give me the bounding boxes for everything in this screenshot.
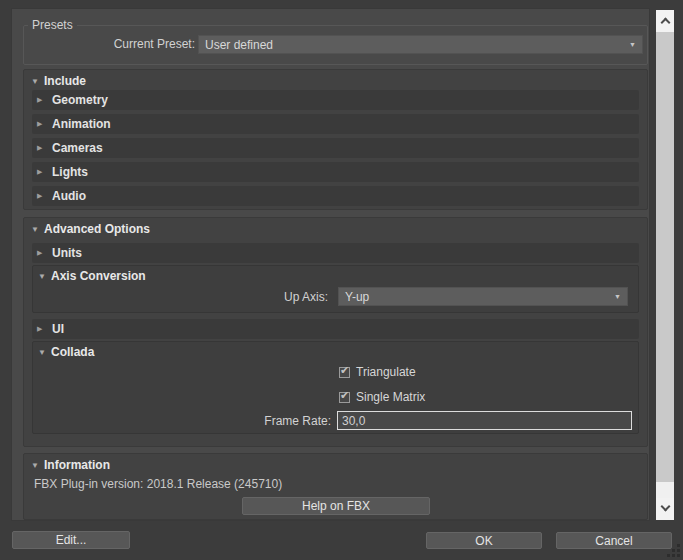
- information-section: ▼ Information FBX Plug-in version: 2018.…: [23, 453, 648, 520]
- scroll-content-panel: Presets Current Preset: User defined ▼ ▼…: [11, 8, 650, 521]
- axis-conversion-title: Axis Conversion: [51, 269, 146, 283]
- rollup-audio[interactable]: ▶ Audio: [32, 186, 639, 206]
- dropdown-arrow-icon: ▼: [614, 293, 621, 300]
- presets-group: Presets Current Preset: User defined ▼: [23, 25, 648, 65]
- edit-button[interactable]: Edit...: [12, 531, 130, 549]
- include-section-title: Include: [44, 74, 86, 88]
- collapsed-arrow-icon: ▶: [37, 249, 47, 257]
- up-axis-value: Y-up: [345, 290, 369, 304]
- checkmark-icon: ✔: [340, 365, 349, 376]
- rollup-geometry-label: Geometry: [52, 93, 108, 107]
- collapsed-arrow-icon: ▶: [37, 144, 47, 152]
- checkmark-icon: ✔: [340, 390, 349, 401]
- current-preset-label: Current Preset:: [24, 37, 195, 51]
- rollup-units-label: Units: [52, 246, 82, 260]
- information-header[interactable]: ▼ Information: [24, 454, 647, 472]
- rollup-lights-label: Lights: [52, 165, 88, 179]
- expanded-arrow-icon: ▼: [31, 225, 42, 234]
- collapsed-arrow-icon: ▶: [37, 120, 47, 128]
- presets-group-label: Presets: [28, 18, 77, 32]
- advanced-options-title: Advanced Options: [44, 222, 150, 236]
- rollup-lights[interactable]: ▶ Lights: [32, 162, 639, 182]
- advanced-options-header[interactable]: ▼ Advanced Options: [24, 218, 647, 236]
- collada-header[interactable]: ▼ Collada: [33, 342, 638, 359]
- chevron-down-icon: [660, 502, 670, 512]
- scroll-down-button[interactable]: [656, 498, 674, 520]
- axis-conversion-header[interactable]: ▼ Axis Conversion: [33, 266, 638, 283]
- information-title: Information: [44, 458, 110, 472]
- rollup-ui-label: UI: [52, 322, 64, 336]
- single-matrix-option: ✔ Single Matrix: [339, 390, 425, 404]
- rollup-animation-label: Animation: [52, 117, 111, 131]
- include-section: ▼ Include ▶ Geometry ▶ Animation ▶ Camer…: [23, 69, 648, 210]
- resize-grip[interactable]: [677, 554, 680, 557]
- collapsed-arrow-icon: ▶: [37, 96, 47, 104]
- triangulate-checkbox[interactable]: ✔: [339, 367, 350, 378]
- cancel-button[interactable]: Cancel: [556, 532, 672, 549]
- axis-conversion-section: ▼ Axis Conversion Up Axis: Y-up ▼: [32, 265, 639, 313]
- rollup-cameras-label: Cameras: [52, 141, 103, 155]
- rollup-units[interactable]: ▶ Units: [32, 243, 639, 263]
- rollup-audio-label: Audio: [52, 189, 86, 203]
- scrollbar-thumb[interactable]: [656, 32, 674, 482]
- expanded-arrow-icon: ▼: [31, 461, 42, 470]
- single-matrix-checkbox[interactable]: ✔: [339, 392, 350, 403]
- include-section-header[interactable]: ▼ Include: [24, 70, 647, 88]
- expanded-arrow-icon: ▼: [31, 77, 42, 86]
- expanded-arrow-icon: ▼: [38, 348, 49, 357]
- collapsed-arrow-icon: ▶: [37, 192, 47, 200]
- current-preset-value: User defined: [205, 38, 273, 52]
- advanced-options-section: ▼ Advanced Options ▶ Units ▼ Axis Conver…: [23, 217, 648, 447]
- triangulate-option: ✔ Triangulate: [339, 365, 416, 379]
- fbx-export-dialog: Presets Current Preset: User defined ▼ ▼…: [0, 0, 683, 560]
- rollup-cameras[interactable]: ▶ Cameras: [32, 138, 639, 158]
- help-on-fbx-button[interactable]: Help on FBX: [242, 497, 430, 515]
- collada-title: Collada: [51, 345, 94, 359]
- collapsed-arrow-icon: ▶: [37, 168, 47, 176]
- up-axis-label: Up Axis:: [33, 290, 328, 304]
- up-axis-dropdown[interactable]: Y-up ▼: [338, 287, 628, 306]
- vertical-scrollbar[interactable]: [656, 10, 674, 520]
- collada-section: ▼ Collada ✔ Triangulate ✔ Single Matrix …: [32, 341, 639, 434]
- dropdown-arrow-icon: ▼: [629, 41, 636, 48]
- rollup-animation[interactable]: ▶ Animation: [32, 114, 639, 134]
- triangulate-label: Triangulate: [356, 365, 416, 379]
- rollup-geometry[interactable]: ▶ Geometry: [32, 90, 639, 110]
- collapsed-arrow-icon: ▶: [37, 325, 47, 333]
- current-preset-dropdown[interactable]: User defined ▼: [198, 35, 643, 54]
- frame-rate-input[interactable]: [337, 411, 632, 430]
- rollup-ui[interactable]: ▶ UI: [32, 319, 639, 339]
- chevron-up-icon: [660, 18, 670, 28]
- ok-button[interactable]: OK: [426, 532, 542, 549]
- plugin-version-text: FBX Plug-in version: 2018.1 Release (245…: [34, 477, 647, 491]
- scroll-up-button[interactable]: [656, 10, 674, 32]
- frame-rate-label: Frame Rate:: [33, 414, 331, 428]
- single-matrix-label: Single Matrix: [356, 390, 425, 404]
- expanded-arrow-icon: ▼: [38, 272, 49, 281]
